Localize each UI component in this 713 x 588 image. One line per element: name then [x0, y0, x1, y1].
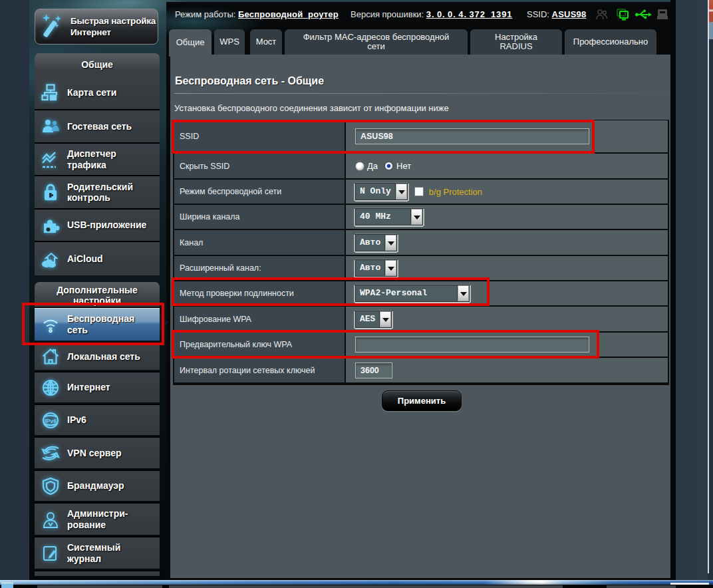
- svg-text:IPv6: IPv6: [45, 418, 57, 424]
